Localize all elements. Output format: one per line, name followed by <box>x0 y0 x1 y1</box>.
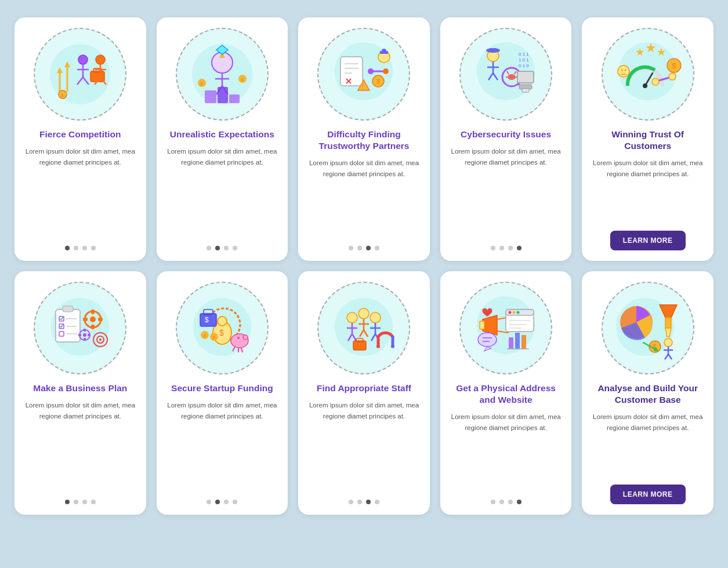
cybersecurity-issues-dots <box>491 246 521 250</box>
physical-address-dot-3[interactable] <box>517 500 521 504</box>
card-cybersecurity-issues: 0 1 1 1 0 1 0 1 0 Cybersecurity IssuesLo… <box>440 17 572 261</box>
svg-text:$: $ <box>219 328 224 337</box>
appropriate-staff-dot-0[interactable] <box>349 500 353 504</box>
difficulty-finding-dot-2[interactable] <box>366 246 371 250</box>
winning-trust-title: Winning Trust Of Customers <box>591 129 704 152</box>
physical-address-dot-1[interactable] <box>499 500 504 504</box>
svg-point-134 <box>347 312 357 323</box>
svg-text:$: $ <box>61 93 64 98</box>
svg-line-182 <box>665 354 668 359</box>
difficulty-finding-dot-1[interactable] <box>357 246 362 250</box>
physical-address-icon-area <box>459 282 552 374</box>
svg-point-170 <box>478 333 497 347</box>
svg-text:$: $ <box>672 61 676 70</box>
svg-rect-105 <box>98 318 103 321</box>
difficulty-finding-dot-0[interactable] <box>349 246 353 250</box>
fierce-competition-dot-3[interactable] <box>91 246 96 250</box>
svg-rect-103 <box>91 325 95 329</box>
winning-trust-learn-button[interactable]: LEARN MORE <box>610 231 686 250</box>
appropriate-staff-dots <box>349 500 379 504</box>
card-customer-base: $ Analyse and Build Your Customer BaseLo… <box>582 271 713 515</box>
difficulty-finding-dot-3[interactable] <box>375 246 379 250</box>
fierce-competition-dot-0[interactable] <box>65 246 70 250</box>
physical-address-dot-2[interactable] <box>508 500 513 504</box>
svg-rect-153 <box>376 345 380 348</box>
svg-rect-29 <box>229 94 240 103</box>
svg-rect-154 <box>391 345 394 348</box>
svg-rect-177 <box>665 318 671 328</box>
svg-point-107 <box>83 333 86 337</box>
unrealistic-expectations-dot-1[interactable] <box>215 246 220 250</box>
physical-address-body: Lorem ipsum dolor sit dim amet, mea regi… <box>450 412 563 491</box>
fierce-competition-icon-area: $ <box>34 28 126 121</box>
business-plan-dot-0[interactable] <box>65 500 70 504</box>
physical-address-dot-0[interactable] <box>491 500 495 504</box>
svg-text:★: ★ <box>657 46 666 58</box>
svg-point-86 <box>624 70 626 71</box>
cybersecurity-issues-dot-0[interactable] <box>491 246 495 250</box>
svg-point-121 <box>243 335 248 340</box>
unrealistic-expectations-dot-2[interactable] <box>224 246 229 250</box>
svg-point-14 <box>96 55 105 64</box>
svg-point-139 <box>358 308 369 319</box>
cybersecurity-issues-dot-2[interactable] <box>508 246 513 250</box>
svg-text:$: $ <box>376 78 380 85</box>
unrealistic-expectations-dot-3[interactable] <box>233 246 237 250</box>
unrealistic-expectations-dot-0[interactable] <box>207 246 211 250</box>
card-grid: $ Fierce CompetitionLorem ipsum dolor si… <box>15 17 713 515</box>
svg-point-45 <box>383 68 389 74</box>
cybersecurity-issues-body: Lorem ipsum dolor sit dim amet, mea regi… <box>450 146 563 238</box>
svg-rect-35 <box>341 57 363 86</box>
svg-point-83 <box>618 65 629 77</box>
svg-text:★: ★ <box>645 41 657 55</box>
card-business-plan: Make a Business PlanLorem ipsum dolor si… <box>15 271 146 515</box>
svg-text:0 1 0: 0 1 0 <box>519 63 529 68</box>
svg-point-79 <box>652 78 659 85</box>
business-plan-dot-1[interactable] <box>74 500 78 504</box>
business-plan-dot-2[interactable] <box>82 500 87 504</box>
card-startup-funding: $ $ $ $ Secure Startup FundingLorem ipsu… <box>157 271 288 515</box>
svg-text:$: $ <box>241 77 244 82</box>
svg-rect-108 <box>84 329 86 332</box>
unrealistic-expectations-title: Unrealistic Expectations <box>170 129 274 140</box>
physical-address-dots <box>491 500 521 504</box>
svg-rect-110 <box>78 334 81 336</box>
startup-funding-body: Lorem ipsum dolor sit dim amet, mea regi… <box>166 400 279 491</box>
appropriate-staff-dot-1[interactable] <box>357 500 362 504</box>
svg-point-118 <box>218 316 227 326</box>
difficulty-finding-icon-area: ! $ <box>317 28 410 121</box>
svg-rect-89 <box>63 306 73 312</box>
svg-point-101 <box>90 316 96 322</box>
startup-funding-dot-1[interactable] <box>215 500 220 504</box>
svg-line-183 <box>668 354 672 359</box>
cybersecurity-issues-title: Cybersecurity Issues <box>461 129 551 140</box>
fierce-competition-dot-2[interactable] <box>82 246 87 250</box>
svg-point-162 <box>517 311 520 314</box>
appropriate-staff-dot-2[interactable] <box>366 500 371 504</box>
startup-funding-dot-2[interactable] <box>224 500 229 504</box>
appropriate-staff-dot-3[interactable] <box>375 500 379 504</box>
cybersecurity-issues-icon-area: 0 1 1 1 0 1 0 1 0 <box>459 28 552 121</box>
unrealistic-expectations-icon-area: $ $ <box>176 28 269 121</box>
fierce-competition-dots <box>65 246 96 250</box>
winning-trust-icon-area: ★ ★ ★ $ <box>602 28 694 121</box>
cybersecurity-issues-dot-3[interactable] <box>517 246 521 250</box>
customer-base-learn-button[interactable]: LEARN MORE <box>610 485 686 504</box>
business-plan-dot-3[interactable] <box>91 500 96 504</box>
card-fierce-competition: $ Fierce CompetitionLorem ipsum dolor si… <box>15 17 146 261</box>
svg-point-85 <box>621 70 622 71</box>
card-difficulty-finding: ! $ Difficulty Finding Trustworthy Partn… <box>298 17 430 261</box>
svg-point-7 <box>78 55 88 64</box>
customer-base-icon-area: $ <box>602 282 694 374</box>
fierce-competition-dot-1[interactable] <box>74 246 78 250</box>
svg-point-61 <box>508 74 516 80</box>
svg-rect-102 <box>91 310 95 314</box>
business-plan-title: Make a Business Plan <box>33 383 127 394</box>
cybersecurity-issues-dot-1[interactable] <box>499 246 504 250</box>
card-appropriate-staff: Find Appropriate StaffLorem ipsum dolor … <box>298 271 430 515</box>
svg-rect-28 <box>218 87 228 103</box>
customer-base-title: Analyse and Build Your Customer Base <box>591 383 704 406</box>
startup-funding-dot-3[interactable] <box>233 500 237 504</box>
startup-funding-dot-0[interactable] <box>207 500 211 504</box>
svg-point-114 <box>99 338 102 341</box>
